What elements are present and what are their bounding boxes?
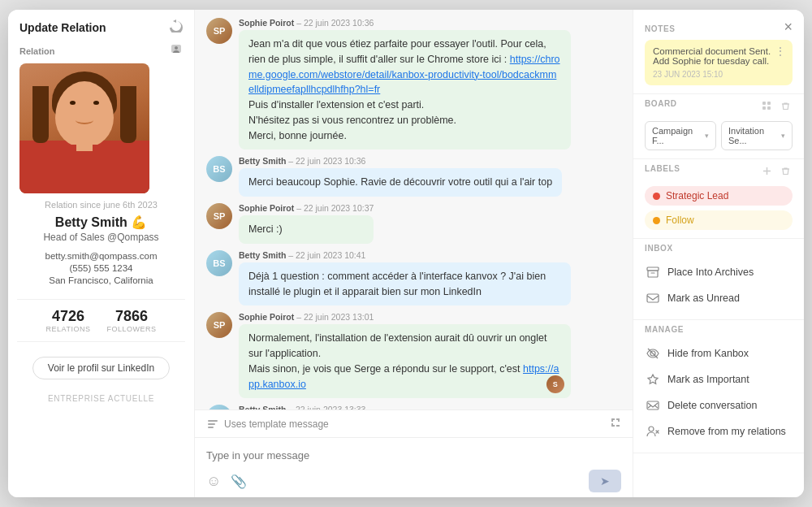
labels-label: LABELS xyxy=(645,164,680,173)
note-text: Commercial document Sent. Add Sophie for… xyxy=(653,46,784,66)
avatar-betty: BS xyxy=(206,156,232,182)
contact-title: Head of Sales @Qompass xyxy=(43,232,158,243)
svg-rect-8 xyxy=(767,106,771,110)
attachment-button[interactable]: 📎 xyxy=(231,473,247,490)
stat-followers-value: 7866 xyxy=(106,308,156,325)
board-label: BOARD xyxy=(645,99,677,108)
stat-relations: 4726 RELATIONS xyxy=(46,308,91,333)
chevron-down-icon: ▾ xyxy=(705,132,709,140)
label-dot-red xyxy=(653,193,660,200)
remove-from-relations-label: Remove from my relations xyxy=(667,426,786,437)
board-icons xyxy=(760,101,793,114)
unread-icon xyxy=(645,290,661,306)
labels-section: LABELS xyxy=(633,159,804,239)
label-delete-btn[interactable] xyxy=(779,166,793,179)
relation-since: Relation since june 6th 2023 xyxy=(45,200,158,210)
chat-action-icons: ☺ 📎 xyxy=(206,473,247,490)
mark-as-unread-label: Mark as Unread xyxy=(667,292,740,304)
template-expand-btn[interactable] xyxy=(610,417,621,431)
avatar-sophie: SP xyxy=(206,18,232,44)
board-delete-btn[interactable] xyxy=(779,101,793,114)
mark-as-unread-btn[interactable]: Mark as Unread xyxy=(645,285,793,311)
modal-title: Update Relation xyxy=(19,21,106,34)
linkedin-button[interactable]: Voir le profil sur LinkedIn xyxy=(32,357,170,379)
contact-phone: (555) 555 1234 xyxy=(69,263,132,273)
delete-conversation-label: Delete conversation xyxy=(667,400,757,411)
emoji-button[interactable]: ☺ xyxy=(206,473,221,490)
header-icons xyxy=(170,20,183,35)
contact-name: Betty Smith 💪 xyxy=(55,214,147,230)
message-input[interactable] xyxy=(206,444,621,466)
message-row: SP Sophie Poirot – 22 juin 2023 10:37 Me… xyxy=(206,203,621,244)
manage-label: MANAGE xyxy=(645,325,793,334)
message-row: BS Betty Smith – 22 juin 2023 10:41 Déjà… xyxy=(206,250,621,306)
note-menu-btn[interactable]: ⋮ xyxy=(775,45,786,58)
delete-icon xyxy=(645,397,661,414)
avatar-betty: BS xyxy=(206,250,232,276)
person-icon xyxy=(170,43,183,56)
stat-followers-label: FOLLOWERS xyxy=(106,325,156,333)
inline-avatar: S xyxy=(546,375,564,393)
board-row: Campaign F... ▾ Invitation Se... ▾ xyxy=(645,121,793,150)
contact-email: betty.smith@qompass.com xyxy=(45,251,157,261)
svg-rect-7 xyxy=(762,106,766,110)
svg-point-13 xyxy=(649,427,654,431)
msg-content: Betty Smith – 22 juin 2023 10:36 Merci b… xyxy=(239,156,562,197)
header-icon-btn-1[interactable] xyxy=(170,20,183,35)
hide-from-kanbox-btn[interactable]: Hide from Kanbox xyxy=(645,340,793,366)
board-add-btn[interactable] xyxy=(760,101,774,114)
labels-list: Strategic Lead Follow xyxy=(645,186,793,230)
svg-rect-6 xyxy=(767,102,771,105)
inbox-label: INBOX xyxy=(645,244,793,253)
avatar xyxy=(19,63,149,193)
relation-label: Relation xyxy=(19,43,183,58)
contact-location: San Francisco, California xyxy=(49,275,153,285)
middle-panel: SP Sophie Poirot – 22 juin 2023 10:36 Je… xyxy=(195,10,633,497)
labels-header: LABELS xyxy=(645,164,793,180)
kanbox-link[interactable]: https://app.kanbox.io xyxy=(248,363,559,390)
chrome-link[interactable]: https://chrome.google.com/webstore/detai… xyxy=(248,54,560,96)
message-row: SP Sophie Poirot – 22 juin 2023 13:01 No… xyxy=(206,312,621,398)
msg-meta: Betty Smith – 22 juin 2023 10:36 xyxy=(239,156,562,166)
template-left: Uses template message xyxy=(206,418,329,431)
svg-rect-12 xyxy=(647,401,659,410)
plus-icon xyxy=(762,166,772,176)
delete-conversation-btn[interactable]: Delete conversation xyxy=(645,392,793,418)
left-panel: Update Relation Relation xyxy=(8,10,195,497)
label-add-btn[interactable] xyxy=(760,166,774,179)
place-into-archives-btn[interactable]: Place Into Archives xyxy=(645,259,793,285)
place-into-archives-label: Place Into Archives xyxy=(667,266,754,278)
board-section: BOARD xyxy=(633,94,804,159)
board-select-2[interactable]: Invitation Se... ▾ xyxy=(721,121,793,150)
close-button[interactable]: × xyxy=(784,20,793,34)
msg-content: Sophie Poirot – 22 juin 2023 10:37 Merci… xyxy=(239,203,374,244)
inbox-section: INBOX Place Into Archives xyxy=(633,239,804,320)
msg-text: Normalement, l'installation de l'extensi… xyxy=(239,324,571,398)
message-row: BS Betty Smith – 22 juin 2023 10:36 Merc… xyxy=(206,156,621,197)
msg-meta: Sophie Poirot – 22 juin 2023 10:36 xyxy=(239,18,571,28)
refresh-icon xyxy=(170,20,183,32)
left-panel-header: Update Relation xyxy=(8,20,194,43)
template-icon xyxy=(206,418,219,431)
hide-from-kanbox-label: Hide from Kanbox xyxy=(667,348,749,359)
note-date: 23 JUN 2023 15:10 xyxy=(653,70,784,79)
stats-row: 4726 RELATIONS 7866 FOLLOWERS xyxy=(17,299,184,342)
template-label: Uses template message xyxy=(224,418,329,430)
mark-as-important-btn[interactable]: Mark as Important xyxy=(645,366,793,392)
send-button[interactable]: ➤ xyxy=(589,470,621,492)
remove-from-relations-btn[interactable]: Remove from my relations xyxy=(645,418,793,444)
note-card: ⋮ Commercial document Sent. Add Sophie f… xyxy=(645,40,793,85)
board-select-1[interactable]: Campaign F... ▾ xyxy=(645,121,716,150)
svg-rect-3 xyxy=(208,423,215,425)
chat-actions: ☺ 📎 ➤ xyxy=(206,470,621,492)
grid-icon xyxy=(762,101,772,111)
hide-icon xyxy=(645,345,661,362)
chevron-down-icon: ▾ xyxy=(781,132,785,140)
svg-rect-2 xyxy=(208,420,218,422)
relation-icon-btn[interactable] xyxy=(170,43,183,58)
label-dot-yellow xyxy=(653,217,660,224)
notes-section: NOTES ⋮ Commercial document Sent. Add So… xyxy=(633,20,804,94)
trash-icon xyxy=(780,166,791,176)
mark-as-important-label: Mark as Important xyxy=(667,374,749,385)
msg-text: Merci :) xyxy=(239,215,374,244)
